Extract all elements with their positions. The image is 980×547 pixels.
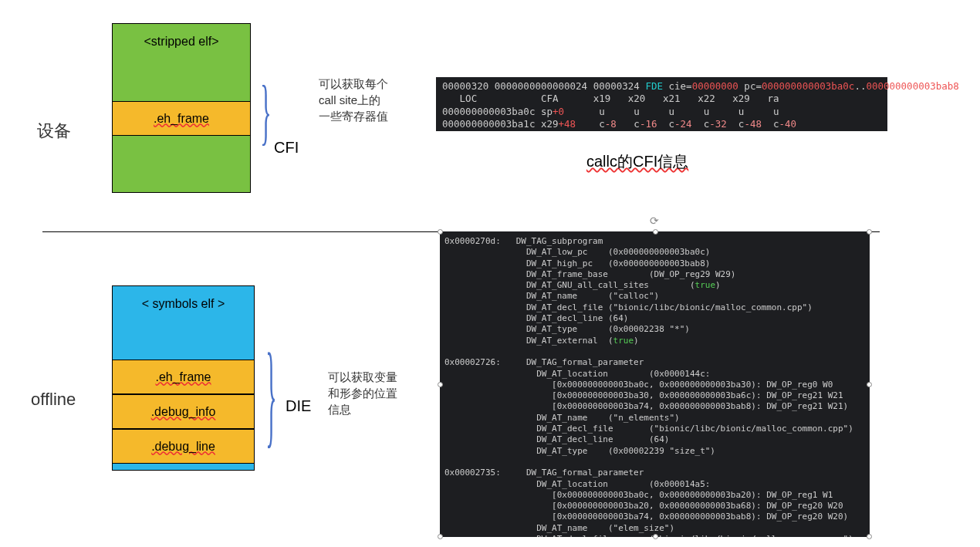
symbols-elf-title: < symbols elf > bbox=[113, 286, 254, 322]
eh-frame-label-2: .eh_frame bbox=[155, 370, 211, 384]
resize-handle-ne[interactable] bbox=[867, 229, 872, 235]
device-label: 设备 bbox=[37, 120, 71, 143]
brace-icon: } bbox=[260, 69, 271, 154]
debug-line-section: .debug_line bbox=[112, 429, 255, 464]
resize-handle-w[interactable] bbox=[438, 382, 443, 387]
cfi-console: 00000320 0000000000000024 00000324 FDE c… bbox=[436, 77, 887, 131]
cfi-description: 可以获取每个call site上的一些寄存器值 bbox=[319, 76, 388, 124]
offline-section: offline < symbols elf > .eh_frame .debug… bbox=[15, 278, 965, 540]
debug-info-section: .debug_info bbox=[112, 394, 255, 429]
die-label: DIE bbox=[286, 397, 311, 415]
brace-icon-2: } bbox=[265, 329, 276, 462]
resize-handle-s[interactable] bbox=[653, 534, 658, 539]
die-console-wrap[interactable]: ⟳ 0x0000270d: DW_TAG_subprogram DW_AT_lo… bbox=[440, 231, 870, 537]
cfi-caption: callc的CFI信息 bbox=[586, 151, 688, 172]
eh-frame-section-2: .eh_frame bbox=[112, 360, 255, 394]
device-section: 设备 <stripped elf> .eh_frame } CFI 可以获取每个… bbox=[15, 23, 965, 216]
die-description: 可以获取变量和形参的位置信息 bbox=[328, 369, 397, 417]
debug-line-label: .debug_line bbox=[151, 440, 215, 454]
resize-handle-sw[interactable] bbox=[438, 534, 443, 539]
cfi-label: CFI bbox=[274, 139, 299, 157]
resize-handle-nw[interactable] bbox=[438, 229, 443, 235]
symbols-elf-box: < symbols elf > .eh_frame .debug_info .d… bbox=[112, 285, 255, 471]
stripped-elf-box: <stripped elf> .eh_frame bbox=[112, 23, 251, 193]
rotate-handle-icon[interactable]: ⟳ bbox=[650, 214, 659, 227]
stripped-elf-title: <stripped elf> bbox=[113, 24, 250, 59]
debug-info-label: .debug_info bbox=[151, 405, 216, 419]
resize-handle-n[interactable] bbox=[653, 229, 658, 235]
offline-label: offline bbox=[31, 390, 76, 410]
resize-handle-e[interactable] bbox=[867, 382, 872, 387]
eh-frame-label: .eh_frame bbox=[154, 112, 209, 126]
die-console: 0x0000270d: DW_TAG_subprogram DW_AT_low_… bbox=[440, 231, 870, 537]
eh-frame-section: .eh_frame bbox=[112, 101, 251, 136]
resize-handle-se[interactable] bbox=[867, 534, 872, 539]
